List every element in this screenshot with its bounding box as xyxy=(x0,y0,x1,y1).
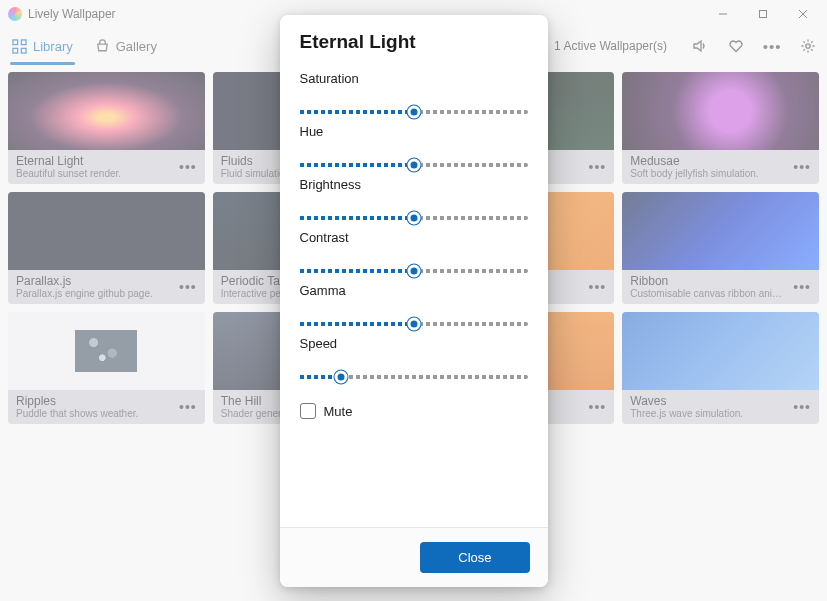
mute-checkbox-row[interactable]: Mute xyxy=(300,403,528,419)
modal-footer: Close xyxy=(280,527,548,587)
slider-brightness[interactable] xyxy=(300,216,528,220)
slider-label: Saturation xyxy=(300,71,528,86)
slider-label: Brightness xyxy=(300,177,528,192)
slider-knob[interactable] xyxy=(407,159,420,172)
slider-contrast[interactable] xyxy=(300,269,528,273)
slider-knob[interactable] xyxy=(334,371,347,384)
slider-field: Hue xyxy=(300,124,528,167)
modal-body: SaturationHueBrightnessContrastGammaSpee… xyxy=(280,59,548,527)
settings-modal: Eternal Light SaturationHueBrightnessCon… xyxy=(280,15,548,587)
slider-gamma[interactable] xyxy=(300,322,528,326)
slider-saturation[interactable] xyxy=(300,110,528,114)
slider-label: Speed xyxy=(300,336,528,351)
modal-title: Eternal Light xyxy=(280,15,548,59)
slider-hue[interactable] xyxy=(300,163,528,167)
slider-knob[interactable] xyxy=(407,318,420,331)
slider-field: Gamma xyxy=(300,283,528,326)
slider-field: Speed xyxy=(300,336,528,379)
mute-label: Mute xyxy=(324,404,353,419)
slider-field: Contrast xyxy=(300,230,528,273)
slider-speed[interactable] xyxy=(300,375,528,379)
slider-knob[interactable] xyxy=(407,212,420,225)
slider-label: Gamma xyxy=(300,283,528,298)
slider-label: Hue xyxy=(300,124,528,139)
slider-field: Brightness xyxy=(300,177,528,220)
checkbox-icon[interactable] xyxy=(300,403,316,419)
slider-knob[interactable] xyxy=(407,106,420,119)
slider-knob[interactable] xyxy=(407,265,420,278)
slider-label: Contrast xyxy=(300,230,528,245)
slider-field: Saturation xyxy=(300,71,528,114)
close-button[interactable]: Close xyxy=(420,542,529,573)
